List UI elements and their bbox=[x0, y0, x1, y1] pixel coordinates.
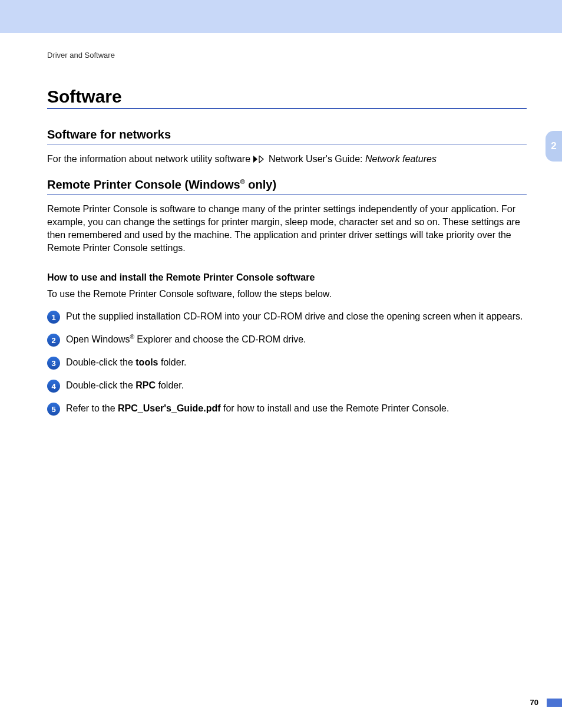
step-text: Open Windows® Explorer and choose the CD… bbox=[66, 333, 306, 346]
list-item: 4 Double-click the RPC folder. bbox=[47, 379, 527, 393]
list-item: 1 Put the supplied installation CD-ROM i… bbox=[47, 310, 527, 324]
list-item: 2 Open Windows® Explorer and choose the … bbox=[47, 333, 527, 347]
step-number-icon: 4 bbox=[47, 380, 60, 393]
list-item: 5 Refer to the RPC_User's_Guide.pdf for … bbox=[47, 402, 527, 416]
text: only) bbox=[245, 178, 276, 191]
section-heading-rpc: Remote Printer Console (Windows® only) bbox=[47, 178, 527, 195]
page-number: 70 bbox=[530, 698, 538, 707]
step-text: Double-click the tools folder. bbox=[66, 356, 187, 369]
step-number-icon: 1 bbox=[47, 311, 60, 324]
section-heading-networks: Software for networks bbox=[47, 128, 527, 144]
text: For the information about network utilit… bbox=[47, 154, 253, 164]
steps-list: 1 Put the supplied installation CD-ROM i… bbox=[47, 310, 527, 416]
registered-icon: ® bbox=[130, 334, 134, 340]
text: Put the supplied installation CD-ROM int… bbox=[66, 311, 523, 321]
step-text: Put the supplied installation CD-ROM int… bbox=[66, 310, 523, 323]
bold-text: RPC bbox=[135, 380, 156, 390]
text: Network User's Guide: bbox=[269, 154, 365, 164]
text: Remote Printer Console (Windows bbox=[47, 178, 240, 191]
registered-icon: ® bbox=[240, 178, 245, 185]
reference-title: Network features bbox=[365, 154, 437, 164]
text: Double-click the bbox=[66, 380, 135, 390]
header-band bbox=[0, 0, 562, 33]
step-number-icon: 2 bbox=[47, 334, 60, 347]
bold-text: RPC_User's_Guide.pdf bbox=[118, 403, 221, 413]
page-content: Driver and Software Software Software fo… bbox=[0, 33, 562, 425]
step-number-icon: 5 bbox=[47, 403, 60, 416]
section-paragraph: Remote Printer Console is software to ch… bbox=[47, 203, 527, 255]
text: Open Windows bbox=[66, 335, 130, 345]
text: for how to install and use the Remote Pr… bbox=[221, 403, 449, 413]
page-title: Software bbox=[47, 87, 527, 109]
text: Double-click the bbox=[66, 357, 135, 367]
intro-text: To use the Remote Printer Console softwa… bbox=[47, 289, 527, 299]
text: folder. bbox=[158, 357, 187, 367]
list-item: 3 Double-click the tools folder. bbox=[47, 356, 527, 370]
section-paragraph: For the information about network utilit… bbox=[47, 153, 527, 166]
breadcrumb: Driver and Software bbox=[47, 51, 527, 60]
double-arrow-icon bbox=[253, 153, 266, 166]
step-number-icon: 3 bbox=[47, 357, 60, 370]
sub-heading: How to use and install the Remote Printe… bbox=[47, 272, 527, 283]
footer-accent bbox=[547, 699, 562, 707]
text: folder. bbox=[156, 380, 184, 390]
step-text: Refer to the RPC_User's_Guide.pdf for ho… bbox=[66, 402, 449, 415]
step-text: Double-click the RPC folder. bbox=[66, 379, 184, 392]
text: Explorer and choose the CD-ROM drive. bbox=[134, 335, 306, 345]
bold-text: tools bbox=[135, 357, 158, 367]
text: Refer to the bbox=[66, 403, 118, 413]
